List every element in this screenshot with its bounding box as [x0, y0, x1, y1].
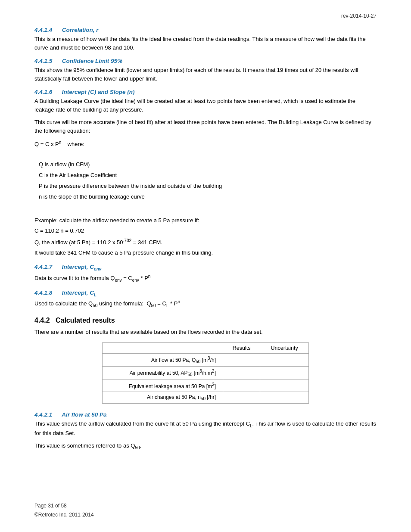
formula-list: Q is airflow (in CFM) C is the Air Leaka…: [39, 160, 377, 201]
results-table: Results Uncertainty Air flow at 50 Pa, Q…: [102, 342, 309, 404]
section-442: 4.4.2 Calculated results There are a num…: [34, 317, 377, 404]
row1-label: Air flow at 50 Pa, Q50 [m3/h]: [103, 353, 223, 366]
section-4414-body: This is a measure of how well the data f…: [34, 35, 377, 52]
section-4421-body1: This value shows the airflow calculated …: [34, 420, 377, 437]
row3-label: Equivalent leakage area at 50 Pa [m2]: [103, 380, 223, 392]
row4-uncertainty: [260, 392, 309, 403]
section-4417-number: 4.4.1.7: [34, 264, 60, 270]
section-4414-number: 4.4.1.4: [34, 27, 60, 33]
section-4417-body: Data is curve fit to the formula Qenv = …: [34, 273, 377, 283]
example-q: Q, the airflow (at 5 Pa) = 110.2 x 50.70…: [34, 237, 377, 247]
section-4416-body1: A Building Leakage Curve (the ideal line…: [34, 97, 377, 114]
section-4416: 4.4.1.6 Intercept (C) and Slope (n) A Bu…: [34, 89, 377, 258]
page: rev-2014-10-27 4.4.1.4 Correlation, r Th…: [0, 0, 411, 532]
col-results-header: Results: [223, 342, 260, 353]
example-block: Example: calculate the airflow needed to…: [34, 216, 377, 258]
section-442-heading: 4.4.2 Calculated results: [34, 317, 377, 324]
section-4414-heading: 4.4.1.4 Correlation, r: [34, 27, 377, 33]
section-4415-title: Confidence Limit 95%: [62, 58, 122, 64]
table-row: Air changes at 50 Pa, n50 [/hr]: [103, 392, 309, 403]
section-4417-title: Intercept, Cenv: [62, 264, 102, 270]
section-4414-title: Correlation, r: [62, 27, 99, 33]
row3-uncertainty: [260, 380, 309, 392]
formula-c: C is the Air Leakage Coefficient: [39, 171, 377, 180]
footer: Page 31 of 58 ©Retrotec Inc. 2011-2014: [34, 501, 94, 519]
section-4418: 4.4.1.8 Intercept, CL Used to calculate …: [34, 289, 377, 309]
section-4418-heading: 4.4.1.8 Intercept, CL: [34, 289, 377, 297]
section-4416-heading: 4.4.1.6 Intercept (C) and Slope (n): [34, 89, 377, 95]
revision-text: rev-2014-10-27: [341, 13, 377, 19]
table-row: Air flow at 50 Pa, Q50 [m3/h]: [103, 353, 309, 366]
section-4417-heading: 4.4.1.7 Intercept, Cenv: [34, 264, 377, 271]
formula-q: Q is airflow (in CFM): [39, 160, 377, 169]
example-result: It would take 341 CFM to cause a 5 Pa pr…: [34, 248, 377, 258]
row2-uncertainty: [260, 367, 309, 380]
revision-header: rev-2014-10-27: [34, 13, 377, 19]
row3-results: [223, 380, 260, 392]
section-4421: 4.4.2.1 Air flow at 50 Pa This value sho…: [34, 411, 377, 451]
copyright: ©Retrotec Inc. 2011-2014: [34, 510, 94, 519]
section-4415-number: 4.4.1.5: [34, 58, 60, 64]
section-4417: 4.4.1.7 Intercept, Cenv Data is curve fi…: [34, 264, 377, 283]
col-uncertainty-header: Uncertainty: [260, 342, 309, 353]
row2-results: [223, 367, 260, 380]
section-4418-number: 4.4.1.8: [34, 289, 60, 296]
section-4416-formula: Q = C x Pn where:: [34, 139, 377, 149]
section-442-body: There are a number of results that are a…: [34, 328, 377, 336]
page-number: Page 31 of 58: [34, 501, 94, 510]
section-4418-title: Intercept, CL: [62, 289, 97, 296]
section-4421-heading: 4.4.2.1 Air flow at 50 Pa: [34, 411, 377, 418]
section-4416-title: Intercept (C) and Slope (n): [62, 89, 135, 95]
row1-results: [223, 353, 260, 366]
formula-n: n is the slope of the building leakage c…: [39, 193, 377, 202]
section-4418-body: Used to calculate the Q50 using the form…: [34, 299, 377, 309]
example-cn: C = 110.2 n = 0.702: [34, 226, 377, 236]
row1-uncertainty: [260, 353, 309, 366]
table-row: Equivalent leakage area at 50 Pa [m2]: [103, 380, 309, 392]
table-label-col-header: [103, 342, 223, 353]
row4-results: [223, 392, 260, 403]
section-4415-heading: 4.4.1.5 Confidence Limit 95%: [34, 58, 377, 64]
section-4415: 4.4.1.5 Confidence Limit 95% This shows …: [34, 58, 377, 83]
example-intro: Example: calculate the airflow needed to…: [34, 216, 377, 225]
section-4416-number: 4.4.1.6: [34, 89, 60, 95]
section-4416-body2: This curve will be more accurate (line o…: [34, 118, 377, 135]
table-row: Air permeability at 50, AP50 [m3/h.m2]: [103, 367, 309, 380]
section-4421-body2: This value is sometimes referred to as Q…: [34, 442, 377, 451]
row2-label: Air permeability at 50, AP50 [m3/h.m2]: [103, 367, 223, 380]
section-442-title-text: Calculated results: [56, 317, 115, 324]
section-442-number: 4.4.2: [34, 317, 53, 324]
row4-label: Air changes at 50 Pa, n50 [/hr]: [103, 392, 223, 403]
results-table-wrapper: Results Uncertainty Air flow at 50 Pa, Q…: [34, 342, 377, 404]
section-4414: 4.4.1.4 Correlation, r This is a measure…: [34, 27, 377, 52]
section-4421-title: Air flow at 50 Pa: [62, 411, 106, 418]
section-4415-body: This shows the 95% confidence limit (low…: [34, 66, 377, 83]
section-4421-number: 4.4.2.1: [34, 411, 60, 418]
formula-p: P is the pressure difference between the…: [39, 182, 377, 191]
